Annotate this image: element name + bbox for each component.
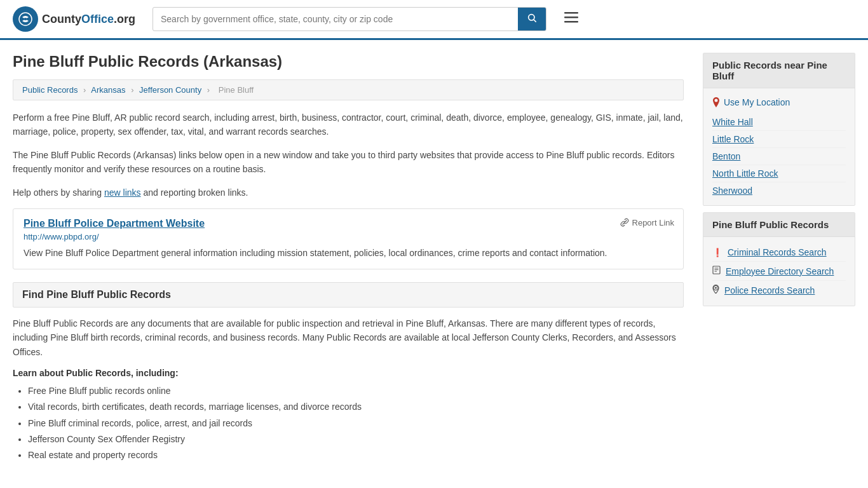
list-item: Jefferson County Sex Offender Registry [28, 431, 684, 447]
link-card-desc: View Pine Bluff Police Department genera… [24, 247, 673, 260]
sidebar-record-employee: Employee Directory Search [712, 262, 846, 281]
list-item: Vital records, birth certificates, death… [28, 399, 684, 415]
new-links-link[interactable]: new links [104, 187, 141, 198]
svg-line-7 [622, 220, 627, 225]
sidebar-link-white-hall[interactable]: White Hall [712, 114, 846, 131]
link-card-url: http://www.pbpd.org/ [24, 232, 673, 241]
list-item: Free Pine Bluff public records online [28, 383, 684, 399]
exclamation-icon: ❗ [712, 248, 722, 257]
breadcrumb-jefferson-county[interactable]: Jefferson County [139, 85, 201, 95]
intro-paragraph-2: The Pine Bluff Public Records (Arkansas)… [13, 148, 684, 177]
svg-rect-4 [564, 12, 578, 14]
svg-point-2 [529, 15, 534, 20]
learn-list: Free Pine Bluff public records online Vi… [13, 383, 684, 463]
search-bar[interactable] [153, 7, 546, 31]
breadcrumb: Public Records › Arkansas › Jefferson Co… [13, 79, 684, 100]
sidebar-nearby-header: Public Records near Pine Bluff [703, 53, 855, 88]
find-section-text: Pine Bluff Public Records are any docume… [13, 316, 684, 359]
link-card-police: Pine Bluff Police Department Website htt… [13, 208, 684, 269]
sidebar-record-police: Police Records Search [712, 281, 846, 299]
menu-button[interactable] [559, 8, 583, 30]
sidebar-link-sherwood[interactable]: Sherwood [712, 182, 846, 199]
svg-rect-6 [564, 21, 578, 23]
breadcrumb-public-records[interactable]: Public Records [22, 85, 78, 95]
intro-paragraph-1: Perform a free Pine Bluff, AR public rec… [13, 111, 684, 139]
location-icon [712, 285, 719, 295]
logo-text: CountyOffice.org [42, 13, 135, 26]
learn-heading: Learn about Public Records, including: [13, 368, 684, 378]
sidebar-records-header: Pine Bluff Public Records [703, 213, 855, 237]
sidebar: Public Records near Pine Bluff Use My Lo… [703, 53, 855, 463]
link-card-title: Pine Bluff Police Department Website [24, 218, 673, 229]
employee-directory-link[interactable]: Employee Directory Search [726, 266, 834, 276]
police-records-link[interactable]: Police Records Search [724, 285, 815, 295]
criminal-records-link[interactable]: Criminal Records Search [728, 247, 827, 257]
book-icon [712, 266, 721, 276]
sidebar-link-north-little-rock[interactable]: North Little Rock [712, 165, 846, 182]
svg-rect-5 [564, 17, 578, 18]
intro-paragraph-3: Help others by sharing new links and rep… [13, 186, 684, 200]
breadcrumb-arkansas[interactable]: Arkansas [91, 85, 125, 95]
site-header: CountyOffice.org [0, 0, 868, 40]
find-section-header: Find Pine Bluff Public Records [13, 282, 684, 308]
sidebar-records-body: ❗ Criminal Records Search Employee Direc… [703, 237, 855, 306]
page-title: Pine Bluff Public Records (Arkansas) [13, 53, 684, 71]
police-dept-link[interactable]: Pine Bluff Police Department Website [24, 218, 205, 229]
sidebar-records-section: Pine Bluff Public Records ❗ Criminal Rec… [703, 212, 855, 306]
report-link-button[interactable]: Report Link [620, 218, 674, 227]
use-my-location-link[interactable]: Use My Location [712, 95, 846, 110]
logo-icon [13, 6, 38, 32]
sidebar-record-criminal: ❗ Criminal Records Search [712, 243, 846, 262]
search-button[interactable] [518, 8, 546, 30]
page-wrap: Pine Bluff Public Records (Arkansas) Pub… [0, 40, 868, 488]
sidebar-nearby-section: Public Records near Pine Bluff Use My Lo… [703, 53, 855, 206]
svg-point-13 [715, 287, 717, 289]
sidebar-link-little-rock[interactable]: Little Rock [712, 131, 846, 148]
svg-line-3 [534, 20, 536, 22]
sidebar-link-benton[interactable]: Benton [712, 148, 846, 165]
main-content: Pine Bluff Public Records (Arkansas) Pub… [13, 53, 703, 463]
list-item: Pine Bluff criminal records, police, arr… [28, 416, 684, 431]
search-input[interactable] [153, 9, 518, 29]
svg-point-1 [24, 18, 27, 20]
logo-area: CountyOffice.org [13, 6, 140, 32]
breadcrumb-pine-bluff: Pine Bluff [219, 85, 254, 95]
sidebar-nearby-body: Use My Location White Hall Little Rock B… [703, 88, 855, 205]
list-item: Real estate and property records [28, 447, 684, 463]
